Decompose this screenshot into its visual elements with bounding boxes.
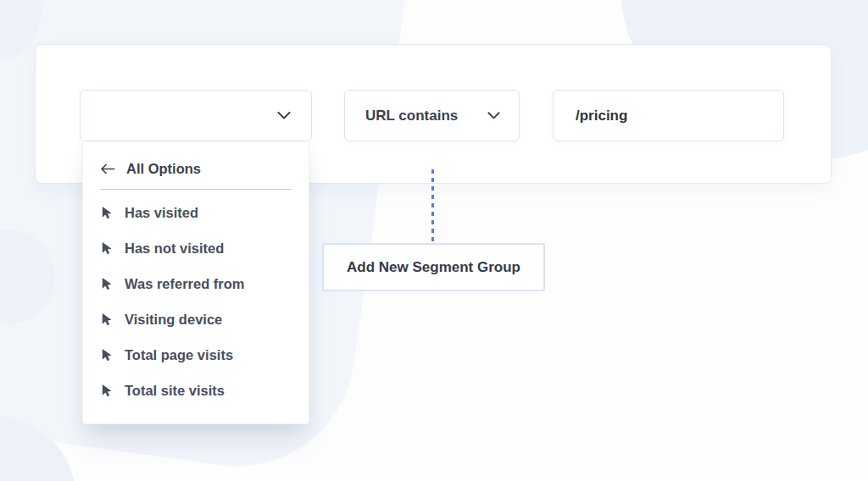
- chevron-down-icon: [277, 112, 291, 119]
- menu-item-visiting-device[interactable]: Visiting device: [83, 301, 309, 337]
- menu-item-has-visited[interactable]: Has visited: [83, 195, 309, 230]
- cursor-pointer-icon: [100, 277, 113, 290]
- menu-item-was-referred-from[interactable]: Was referred from: [83, 266, 309, 301]
- add-new-segment-group-button[interactable]: Add New Segment Group: [322, 243, 545, 291]
- cursor-pointer-icon: [100, 348, 113, 362]
- menu-item-total-page-visits[interactable]: Total page visits: [83, 337, 309, 373]
- cursor-pointer-icon: [100, 384, 113, 397]
- segment-options-menu: All Options Has visited Has not visited …: [82, 141, 309, 424]
- segment-type-dropdown[interactable]: [80, 90, 312, 141]
- menu-item-label: Total site visits: [125, 383, 225, 399]
- condition-operator-dropdown[interactable]: URL contains: [344, 90, 520, 141]
- menu-item-label: Has not visited: [125, 240, 224, 257]
- arrow-left-icon: [100, 163, 115, 174]
- menu-item-label: Visiting device: [125, 312, 222, 328]
- menu-item-has-not-visited[interactable]: Has not visited: [83, 230, 309, 266]
- cursor-pointer-icon: [100, 206, 113, 219]
- menu-back-label: All Options: [126, 161, 201, 177]
- menu-item-label: Has visited: [125, 205, 198, 221]
- add-new-segment-group-label: Add New Segment Group: [347, 259, 520, 276]
- cursor-pointer-icon: [100, 241, 113, 255]
- condition-operator-label: URL contains: [365, 108, 458, 124]
- menu-list: Has visited Has not visited Was referred…: [83, 190, 309, 408]
- dashed-connector-line: [431, 169, 434, 243]
- condition-value-input[interactable]: [554, 91, 783, 141]
- menu-back-all-options[interactable]: All Options: [100, 157, 292, 180]
- menu-item-label: Was referred from: [125, 276, 245, 292]
- menu-item-label: Total page visits: [125, 347, 233, 363]
- cursor-pointer-icon: [100, 312, 113, 326]
- condition-value-field: [553, 90, 784, 141]
- chevron-down-icon: [487, 112, 500, 119]
- menu-item-total-site-visits[interactable]: Total site visits: [83, 373, 309, 408]
